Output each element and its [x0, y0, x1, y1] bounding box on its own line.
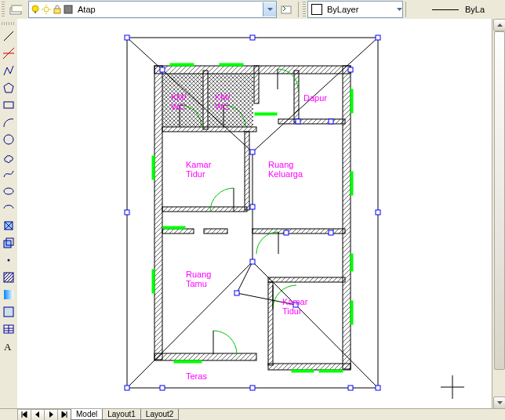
scroll-up-button[interactable] [493, 19, 505, 31]
tab-nav-first[interactable] [17, 409, 31, 421]
svg-rect-99 [296, 119, 300, 124]
svg-rect-58 [351, 172, 353, 195]
drawing-canvas[interactable]: KM/ WC KM/ WC Dapur Kamar Tidur Ruang Ke… [17, 19, 505, 409]
linetype-dropdown[interactable]: ByLa [409, 2, 505, 17]
properties-toolbar: Atap ByLayer ByLa [0, 0, 505, 20]
svg-rect-84 [376, 35, 380, 40]
scroll-down-button[interactable] [493, 396, 505, 409]
line-tool[interactable] [1, 28, 16, 44]
layer-dropdown[interactable]: Atap [28, 1, 277, 18]
svg-line-25 [4, 273, 10, 279]
svg-rect-39 [154, 353, 256, 360]
svg-rect-96 [329, 230, 333, 235]
svg-rect-1 [12, 5, 22, 12]
svg-rect-40 [268, 364, 351, 370]
svg-rect-48 [162, 229, 194, 234]
linetype-name: ByLa [465, 5, 485, 14]
svg-rect-9 [54, 9, 60, 13]
tab-layout1[interactable]: Layout1 [102, 409, 141, 420]
svg-rect-29 [4, 290, 13, 299]
rectangle-tool[interactable] [1, 97, 16, 113]
ellipse-tool[interactable] [1, 183, 16, 199]
toolbar-grip[interactable] [2, 22, 16, 25]
svg-rect-47 [245, 132, 249, 210]
svg-rect-98 [348, 67, 353, 72]
sun-icon [42, 5, 51, 14]
tab-model[interactable]: Model [71, 409, 103, 420]
svg-point-4 [44, 7, 49, 12]
svg-rect-52 [268, 282, 273, 365]
svg-rect-20 [4, 241, 11, 248]
svg-rect-16 [4, 102, 13, 108]
color-name: ByLayer [325, 5, 397, 14]
scroll-thumb[interactable] [494, 31, 505, 370]
polyline-tool[interactable] [1, 63, 16, 78]
svg-rect-87 [125, 386, 129, 390]
svg-rect-36 [154, 66, 351, 74]
table-tool[interactable] [1, 321, 16, 337]
region-tool[interactable] [1, 304, 16, 320]
hatch-tool[interactable] [1, 270, 16, 285]
svg-rect-71 [162, 74, 203, 127]
svg-rect-65 [163, 226, 185, 229]
svg-rect-37 [154, 66, 162, 360]
svg-line-78 [296, 305, 378, 388]
construction-line-tool[interactable] [1, 45, 16, 61]
svg-rect-86 [376, 210, 380, 215]
arc-tool[interactable] [1, 114, 16, 130]
floor-plan-drawing [17, 19, 492, 409]
svg-rect-93 [160, 386, 165, 390]
layer-previous-button[interactable] [277, 0, 296, 19]
svg-line-75 [252, 38, 378, 152]
toolbar-separator [298, 2, 299, 17]
layer-properties-button[interactable] [6, 0, 25, 19]
insert-block-tool[interactable] [1, 218, 16, 234]
dropdown-arrow-icon[interactable] [397, 8, 402, 11]
svg-rect-91 [250, 205, 255, 209]
layout-tabs-bar: Model Layout1 Layout2 [0, 408, 505, 420]
polygon-tool[interactable] [1, 80, 16, 96]
toolbar-grip[interactable] [303, 2, 306, 17]
tab-nav-next[interactable] [44, 409, 58, 421]
svg-line-24 [4, 273, 7, 276]
svg-point-18 [4, 188, 13, 194]
svg-rect-97 [160, 67, 165, 72]
layer-name: Atap [74, 5, 263, 14]
vertical-scrollbar[interactable] [492, 19, 505, 409]
linetype-preview [432, 9, 459, 10]
gradient-tool[interactable] [1, 287, 16, 302]
tab-nav-prev[interactable] [31, 409, 45, 421]
svg-rect-41 [162, 127, 256, 132]
svg-rect-38 [343, 66, 351, 369]
toolbar-separator [405, 2, 406, 17]
dropdown-arrow-icon[interactable] [263, 2, 276, 16]
svg-rect-88 [250, 386, 255, 390]
revision-cloud-tool[interactable] [1, 149, 16, 165]
point-tool[interactable] [1, 252, 16, 268]
svg-rect-3 [35, 11, 36, 13]
spline-tool[interactable] [1, 166, 16, 182]
mtext-tool[interactable]: A [1, 339, 16, 354]
tab-nav-last[interactable] [57, 409, 71, 421]
svg-rect-94 [348, 386, 353, 390]
circle-tool[interactable] [1, 132, 16, 147]
svg-point-2 [32, 5, 38, 12]
make-block-tool[interactable] [1, 235, 16, 251]
draw-toolbar: A [0, 19, 18, 409]
svg-rect-83 [250, 35, 255, 40]
svg-rect-102 [234, 291, 239, 295]
svg-rect-59 [351, 254, 353, 271]
color-dropdown[interactable]: ByLayer [307, 1, 403, 18]
svg-rect-101 [293, 302, 298, 307]
svg-rect-46 [162, 207, 247, 212]
svg-line-80 [237, 262, 252, 293]
ellipse-arc-tool[interactable] [1, 201, 16, 216]
svg-rect-30 [4, 307, 13, 317]
svg-rect-10 [64, 5, 72, 13]
tab-layout2[interactable]: Layout2 [140, 409, 180, 420]
svg-line-77 [127, 262, 252, 388]
svg-rect-62 [292, 370, 314, 372]
svg-rect-92 [250, 259, 255, 264]
layer-state-icons [29, 5, 74, 14]
toolbar-grip[interactable] [2, 2, 5, 17]
